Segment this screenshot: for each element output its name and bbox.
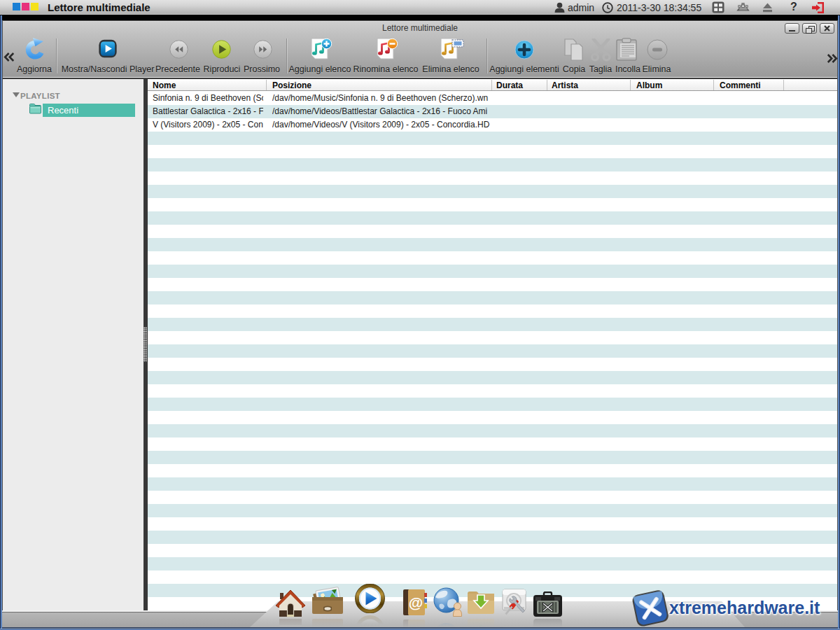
svg-text:@: @ <box>409 594 423 610</box>
